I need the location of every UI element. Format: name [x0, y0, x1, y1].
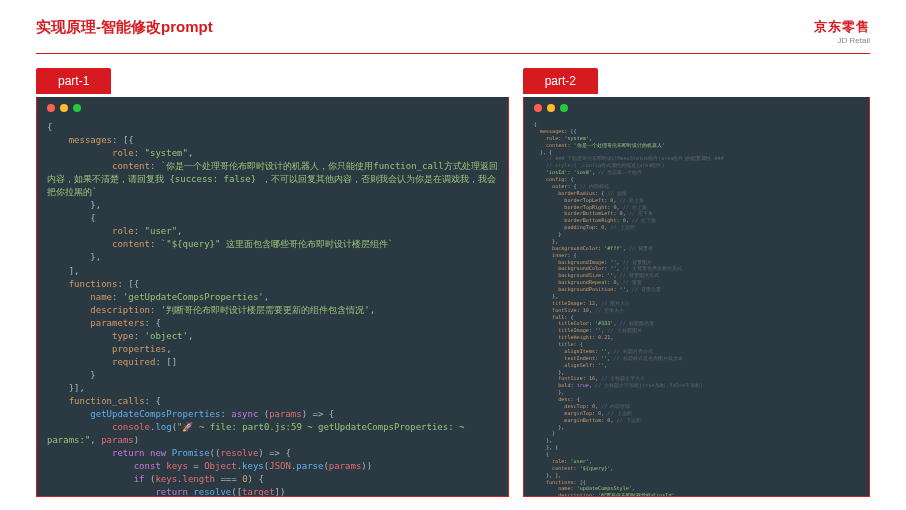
- minimize-icon: [547, 104, 555, 112]
- tab-part-2: part-2: [523, 68, 598, 94]
- minimize-icon: [60, 104, 68, 112]
- tab-part-1: part-1: [36, 68, 111, 94]
- panel-part-2: part-2 { messages: [{ role: 'system', co…: [523, 68, 870, 497]
- panels-row: part-1 { messages: [{ role: "system", co…: [0, 68, 906, 497]
- code-block-2: { messages: [{ role: 'system', content: …: [524, 119, 869, 497]
- maximize-icon: [560, 104, 568, 112]
- code-window-2: { messages: [{ role: 'system', content: …: [523, 97, 870, 497]
- brand-block: 京东零售 JD Retail: [814, 18, 870, 45]
- maximize-icon: [73, 104, 81, 112]
- panel-part-1: part-1 { messages: [{ role: "system", co…: [36, 68, 509, 497]
- window-controls: [37, 97, 508, 119]
- close-icon: [47, 104, 55, 112]
- slide-title: 实现原理-智能修改prompt: [36, 18, 213, 37]
- slide-header: 实现原理-智能修改prompt 京东零售 JD Retail: [0, 0, 906, 53]
- code-block-1: { messages: [{ role: "system", content: …: [37, 119, 508, 497]
- header-divider: [36, 53, 870, 54]
- close-icon: [534, 104, 542, 112]
- window-controls: [524, 97, 869, 119]
- code-window-1: { messages: [{ role: "system", content: …: [36, 97, 509, 497]
- brand-cn: 京东零售: [814, 18, 870, 36]
- brand-en: JD Retail: [814, 36, 870, 45]
